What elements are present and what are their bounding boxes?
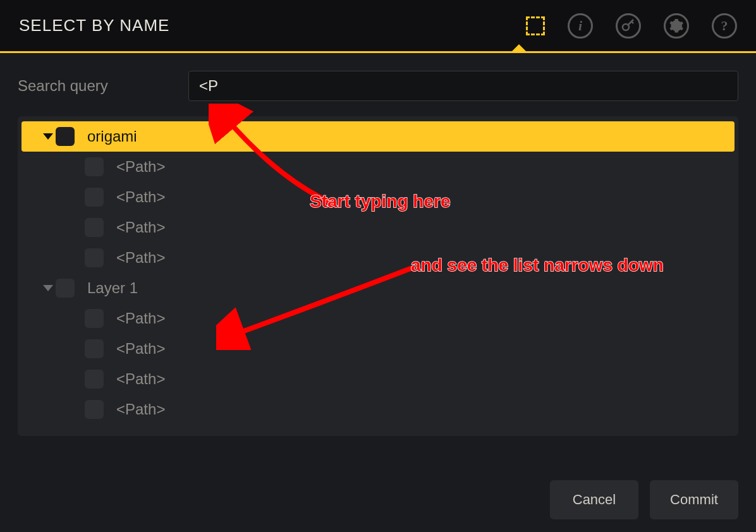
dialog-body: Search query origami <Path> <Path> <Path… (0, 53, 756, 532)
selection-marquee-icon[interactable] (526, 16, 545, 35)
tree-row-label: <Path> (116, 340, 165, 358)
commit-button[interactable]: Commit (650, 480, 738, 519)
svg-point-0 (623, 24, 629, 30)
dialog-header: SELECT BY NAME i ? (0, 0, 756, 53)
search-row: Search query (18, 71, 738, 101)
search-input[interactable] (188, 71, 738, 101)
help-icon[interactable]: ? (712, 13, 737, 39)
tree-row[interactable]: <Path> (21, 212, 735, 243)
checkbox[interactable] (85, 157, 104, 176)
header-icon-bar: i ? (526, 13, 737, 39)
tree-row[interactable]: origami (21, 121, 735, 152)
tree-row-label: <Path> (116, 249, 165, 267)
tree-row-label: origami (87, 128, 137, 145)
tree-row[interactable]: <Path> (21, 152, 735, 182)
info-icon[interactable]: i (568, 13, 593, 39)
tree-row-label: Layer 1 (87, 279, 138, 297)
tree-row[interactable]: <Path> (21, 303, 735, 334)
dialog-title: SELECT BY NAME (19, 16, 169, 35)
checkbox[interactable] (85, 218, 104, 237)
tree-row[interactable]: <Path> (21, 334, 735, 364)
checkbox[interactable] (85, 248, 104, 267)
checkbox[interactable] (85, 309, 104, 328)
tree-row-label: <Path> (116, 401, 165, 418)
select-by-name-dialog: SELECT BY NAME i ? Search query (0, 0, 756, 532)
checkbox[interactable] (56, 127, 75, 146)
tree-row[interactable]: <Path> (21, 364, 735, 394)
tree-row[interactable]: <Path> (21, 182, 735, 212)
tree-row-label: <Path> (116, 158, 165, 176)
tree-row[interactable]: <Path> (21, 394, 735, 425)
checkbox[interactable] (85, 188, 104, 207)
tree-row[interactable]: <Path> (21, 243, 735, 273)
dialog-footer: Cancel Commit (550, 480, 738, 519)
gear-icon[interactable] (664, 13, 689, 39)
tree-row[interactable]: Layer 1 (21, 273, 735, 303)
checkbox[interactable] (85, 400, 104, 419)
key-icon[interactable] (616, 13, 641, 39)
cancel-button[interactable]: Cancel (550, 480, 638, 519)
search-label: Search query (18, 77, 169, 95)
chevron-down-icon[interactable] (40, 133, 56, 140)
tree-row-label: <Path> (116, 310, 165, 327)
active-tab-indicator (510, 44, 528, 53)
checkbox[interactable] (85, 370, 104, 389)
checkbox[interactable] (56, 279, 75, 298)
tree-row-label: <Path> (116, 370, 165, 388)
checkbox[interactable] (85, 339, 104, 358)
tree-row-label: <Path> (116, 219, 165, 236)
chevron-down-icon[interactable] (40, 285, 56, 291)
tree-row-label: <Path> (116, 188, 165, 206)
results-tree: origami <Path> <Path> <Path> <Path> (18, 116, 738, 436)
